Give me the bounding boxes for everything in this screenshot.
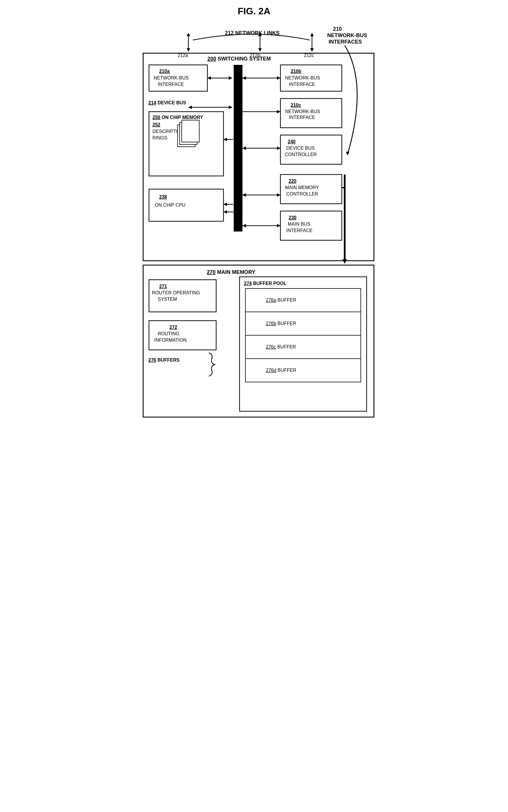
- buffer-276c-text: 276c BUFFER: [266, 344, 296, 349]
- on-chip-cpu-line1: ON CHIP CPU: [155, 203, 185, 207]
- mmc-line1: MAIN MEMORY: [285, 185, 319, 190]
- buffer-276b-box: [245, 312, 361, 335]
- buffer-pool-box: [240, 277, 367, 411]
- routing-info-line1: ROUTING: [158, 331, 179, 336]
- descriptor-rings-line2: RINGS: [153, 135, 167, 140]
- nbi-ref-label: 210: [333, 26, 342, 32]
- arrowhead-mem-to-bus: [223, 138, 227, 141]
- descriptor-rings-ref: 252: [153, 122, 160, 127]
- arrowhead-bus-mbi-left: [243, 224, 246, 228]
- arrowhead-212a-down: [187, 48, 190, 52]
- link-label-c: 212c: [304, 53, 314, 58]
- router-os-line1: ROUTER OPERATING: [152, 290, 200, 295]
- device-bus-arrowhead-left: [188, 106, 192, 109]
- routing-info-line2: INFORMATION: [154, 337, 187, 342]
- mbi-line1: MAIN BUS: [288, 221, 310, 227]
- nbi-label-2: INTERFACES: [329, 39, 362, 45]
- nbi-a-line1: NETWORK-BUS: [154, 75, 189, 80]
- buffers-bracket: [209, 353, 215, 376]
- mbi-ref: 230: [289, 215, 297, 220]
- buffer-276a-text: 276a BUFFER: [266, 297, 296, 302]
- ring-page-3: [182, 120, 199, 142]
- nbi-a-line2: INTERFACE: [158, 82, 184, 87]
- buffers-ref: 276 BUFFERS: [149, 358, 180, 362]
- buffer-pool-label: 274 BUFFER POOL: [244, 281, 287, 286]
- arrowhead-210a-left: [207, 76, 211, 80]
- arrowhead-212b-down: [258, 48, 262, 52]
- mmc-line2: CONTROLLER: [286, 192, 318, 196]
- arrowhead-212a-up: [187, 33, 190, 36]
- arrowhead-cpu-left: [223, 203, 227, 206]
- arrowhead-212c-down: [310, 48, 314, 52]
- link-label-a: 212a: [178, 53, 188, 58]
- device-bus-label: 214 DEVICE BUS: [149, 100, 186, 105]
- on-chip-memory-ref: 250 ON CHIP MEMORY: [153, 115, 203, 120]
- arrowhead-bus-210c: [277, 110, 281, 113]
- dbc-line2: CONTROLLER: [285, 152, 317, 157]
- buffer-276c-box: [245, 335, 361, 359]
- main-memory-label: 270 MAIN MEMORY: [207, 269, 255, 275]
- nbi-c-line2: INTERFACE: [289, 115, 315, 120]
- buffer-276b-text: 276b BUFFER: [266, 321, 296, 326]
- mbi-line2: INTERFACE: [286, 228, 312, 233]
- arrowhead-bus-mmc-right: [277, 193, 281, 197]
- routing-info-ref: 272: [169, 325, 177, 330]
- device-bus-arrowhead: [229, 106, 232, 109]
- nbi-b-ref: 210b: [291, 69, 301, 74]
- mmc-ref: 220: [289, 178, 297, 184]
- arrowhead-210a-right: [229, 76, 232, 80]
- nbi-c-line1: NETWORK-BUS: [285, 109, 320, 114]
- arrowhead-bus-mbi-right: [277, 224, 281, 228]
- arrowhead-bus-dbc-right: [277, 147, 281, 150]
- thick-arrow-arrowhead: [342, 259, 347, 263]
- nbi-label-1: NETWORK-BUS: [327, 33, 367, 38]
- center-bus-bar: [234, 65, 243, 232]
- arrowhead-212c-up: [310, 33, 314, 36]
- nbi-c-ref: 210c: [291, 103, 301, 108]
- router-os-ref: 271: [159, 284, 167, 289]
- on-chip-cpu-ref: 238: [159, 194, 167, 199]
- nbi-arc: [345, 45, 357, 154]
- arrowhead-bus-210b-right: [277, 76, 281, 80]
- router-os-line2: SYSTEM: [158, 297, 177, 302]
- nbi-b-line1: NETWORK-BUS: [285, 75, 320, 80]
- buffer-276d-box: [245, 359, 361, 382]
- diagram-svg: 212 NETWORK LINKS 210 NETWORK-BUS INTERF…: [129, 26, 380, 429]
- dbc-ref: 240: [288, 139, 296, 144]
- figure-title: FIG. 2A: [238, 6, 270, 17]
- arrowhead-cpu-bus-2-left: [223, 210, 227, 214]
- arrowhead-bus-dbc-left: [243, 147, 246, 150]
- dbc-line1: DEVICE BUS: [286, 146, 314, 151]
- buffer-276a-box: [245, 288, 361, 312]
- arrowhead-bus-mmc-left: [243, 193, 246, 197]
- nbi-arc-arrowhead: [346, 152, 349, 156]
- buffer-276d-text: 276d BUFFER: [266, 368, 296, 373]
- switching-system-label: 200 SWITCHING SYSTEM: [207, 56, 271, 62]
- nbi-b-line2: INTERFACE: [289, 82, 315, 87]
- nbi-a-ref: 210a: [159, 69, 170, 74]
- arrowhead-bus-210b-left: [243, 76, 246, 80]
